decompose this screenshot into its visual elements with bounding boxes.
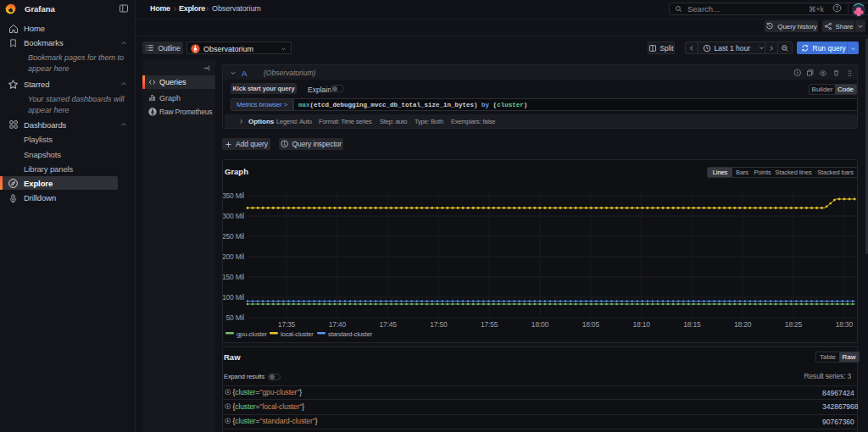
svg-text:50 Mil: 50 Mil (226, 313, 245, 322)
svg-text:300 Mil: 300 Mil (223, 212, 244, 220)
svg-text:100 Mil: 100 Mil (223, 293, 244, 302)
svg-text:18:25: 18:25 (785, 320, 803, 329)
svg-text:17:50: 17:50 (430, 320, 448, 329)
svg-text:200 Mil: 200 Mil (223, 252, 244, 261)
svg-text:17:40: 17:40 (329, 320, 347, 329)
svg-text:18:20: 18:20 (734, 320, 752, 329)
svg-text:17:35: 17:35 (278, 320, 296, 329)
svg-text:150 Mil: 150 Mil (223, 273, 244, 281)
svg-text:17:45: 17:45 (379, 320, 397, 329)
svg-text:18:10: 18:10 (632, 320, 650, 329)
svg-text:standard-cluster: standard-cluster (328, 330, 373, 338)
svg-text:17:55: 17:55 (481, 320, 498, 329)
svg-text:local-cluster: local-cluster (281, 330, 314, 338)
svg-text:18:15: 18:15 (683, 320, 701, 329)
svg-text:250 Mil: 250 Mil (223, 232, 244, 241)
svg-text:18:30: 18:30 (836, 320, 854, 329)
svg-text:18:00: 18:00 (531, 320, 549, 329)
svg-text:gpu-cluster: gpu-cluster (236, 330, 268, 338)
svg-text:18:05: 18:05 (582, 320, 600, 329)
svg-text:350 Mil: 350 Mil (223, 191, 244, 200)
